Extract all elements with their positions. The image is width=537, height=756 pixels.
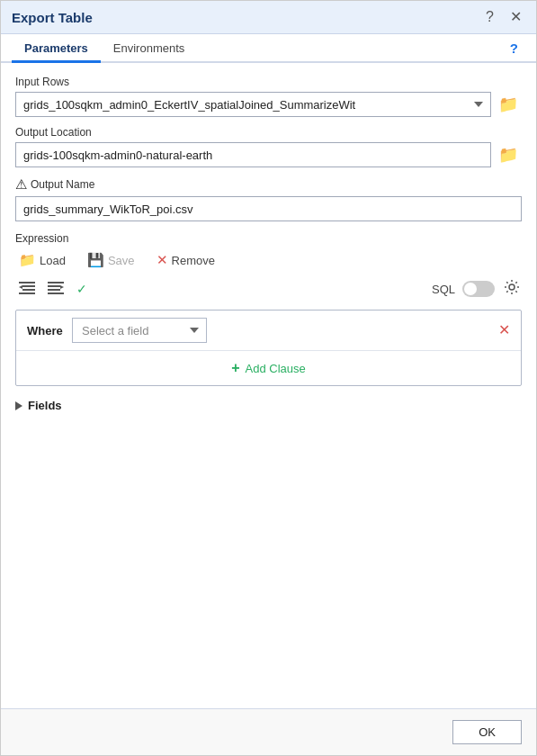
- expression-toolbar: 📁 Load 💾 Save ✕ Remove: [15, 250, 522, 270]
- clause-indent-right-button[interactable]: [44, 280, 67, 299]
- svg-rect-5: [48, 282, 64, 284]
- title-bar-right: ? ✕: [482, 8, 525, 26]
- tab-environments[interactable]: Environments: [101, 34, 197, 63]
- field-select[interactable]: Select a field: [72, 318, 207, 343]
- load-label: Load: [40, 254, 66, 267]
- output-name-input[interactable]: [15, 196, 522, 221]
- expression-label: Expression: [15, 232, 522, 245]
- output-location-row: 📁: [15, 142, 522, 167]
- svg-rect-8: [48, 292, 64, 294]
- svg-rect-2: [22, 289, 35, 291]
- indent-right-icon: [48, 282, 64, 294]
- verify-icon: ✓: [76, 282, 87, 296]
- dialog-title: Export Table: [12, 10, 93, 25]
- output-location-folder-button[interactable]: 📁: [495, 143, 522, 166]
- fields-section-header[interactable]: Fields: [15, 395, 522, 416]
- input-rows-label: Input Rows: [15, 76, 522, 88]
- clause-remove-button[interactable]: ✕: [498, 323, 510, 338]
- export-table-panel: Export Table ? ✕ Parameters Environments…: [0, 0, 537, 756]
- svg-rect-6: [48, 285, 60, 287]
- clause-row: Where Select a field ✕: [16, 310, 521, 351]
- clause-box: Where Select a field ✕ + Add Clause: [15, 310, 522, 386]
- fields-section-title: Fields: [28, 399, 62, 412]
- remove-icon: ✕: [157, 252, 168, 268]
- svg-rect-3: [19, 292, 35, 294]
- svg-point-10: [509, 284, 515, 290]
- close-button[interactable]: ✕: [506, 8, 525, 26]
- where-label: Where: [27, 324, 63, 338]
- save-button[interactable]: 💾 Save: [84, 250, 139, 270]
- svg-rect-7: [48, 289, 60, 291]
- add-clause-label: Add Clause: [246, 362, 306, 375]
- fields-chevron-icon: [15, 401, 22, 410]
- content-area: Input Rows grids_100sqkm_admin0_EckertIV…: [1, 63, 536, 708]
- title-bar-left: Export Table: [12, 10, 93, 25]
- remove-button[interactable]: ✕ Remove: [153, 250, 219, 270]
- svg-rect-0: [19, 282, 35, 284]
- clause-remove-icon: ✕: [498, 322, 510, 338]
- settings-button[interactable]: [502, 277, 522, 301]
- save-label: Save: [108, 254, 135, 267]
- output-location-input[interactable]: [15, 142, 491, 167]
- load-button[interactable]: 📁 Load: [15, 250, 69, 270]
- tabs-bar: Parameters Environments ?: [1, 34, 536, 63]
- gear-icon: [504, 279, 520, 295]
- footer: OK: [1, 708, 536, 755]
- add-plus-icon: +: [231, 360, 239, 376]
- add-clause-row[interactable]: + Add Clause: [16, 351, 521, 385]
- output-name-row: [15, 196, 522, 221]
- tab-help-icon[interactable]: ?: [503, 37, 525, 59]
- output-location-label: Output Location: [15, 126, 522, 139]
- ok-button[interactable]: OK: [452, 720, 522, 744]
- tab-parameters[interactable]: Parameters: [12, 34, 101, 63]
- svg-marker-9: [60, 285, 64, 289]
- input-rows-folder-button[interactable]: 📁: [495, 93, 522, 116]
- sql-toggle[interactable]: [462, 281, 495, 297]
- sql-label: SQL: [432, 283, 455, 296]
- help-button[interactable]: ?: [482, 8, 497, 26]
- indent-left-icon: [19, 282, 35, 294]
- save-icon: 💾: [87, 252, 104, 268]
- clause-indent-left-button[interactable]: [15, 280, 39, 299]
- tabs-left: Parameters Environments: [12, 34, 197, 61]
- clause-verify-button[interactable]: ✓: [73, 280, 91, 298]
- warning-icon: ⚠: [15, 176, 27, 193]
- output-name-label-row: ⚠ Output Name: [15, 176, 522, 193]
- clause-tools: ✓: [15, 280, 91, 299]
- input-rows-dropdown[interactable]: grids_100sqkm_admin0_EckertIV_spatialJoi…: [15, 92, 491, 117]
- remove-label: Remove: [172, 254, 215, 267]
- sql-toggle-wrap[interactable]: [462, 281, 495, 297]
- sql-row: SQL: [432, 277, 522, 301]
- output-name-label: Output Name: [31, 178, 94, 191]
- svg-rect-1: [22, 285, 35, 287]
- load-icon: 📁: [19, 252, 36, 268]
- svg-marker-4: [19, 285, 22, 289]
- input-rows-row: grids_100sqkm_admin0_EckertIV_spatialJoi…: [15, 92, 522, 117]
- title-bar: Export Table ? ✕: [1, 1, 536, 34]
